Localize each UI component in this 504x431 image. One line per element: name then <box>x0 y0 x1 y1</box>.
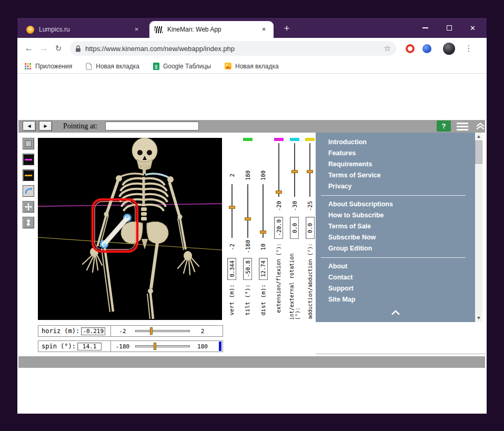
rotate-tool-button[interactable] <box>23 185 34 197</box>
menu-item-terms-of-service[interactable]: Terms of Service <box>316 170 475 181</box>
skeleton-render <box>38 138 222 320</box>
next-bone-button[interactable]: ▶ <box>39 121 52 131</box>
slider-thumb[interactable] <box>291 170 298 173</box>
menu-item-features[interactable]: Features <box>316 148 475 159</box>
magenta-axis-button[interactable] <box>23 154 34 165</box>
slider-value[interactable]: 0.0 <box>290 217 299 239</box>
slider-name: tilt (°): <box>244 284 251 320</box>
menu-item-terms-of-sale[interactable]: Terms of Sale <box>316 221 475 232</box>
menu-item-subscribe-now[interactable]: Subscribe Now <box>316 232 475 243</box>
menu-item-contact[interactable]: Contact <box>316 272 475 283</box>
apps-shortcut[interactable]: Приложения <box>24 63 72 70</box>
slider-thumb[interactable] <box>154 343 156 350</box>
slider-track[interactable] <box>244 184 251 238</box>
extension-globe-icon[interactable] <box>422 44 431 53</box>
scroll-down-icon[interactable] <box>475 314 482 322</box>
scroll-up-icon[interactable] <box>475 133 482 141</box>
lumpics-favicon <box>26 26 34 34</box>
menu-item-about[interactable]: About <box>316 261 475 272</box>
extension-red-icon[interactable] <box>406 44 415 53</box>
up-down-arrow-icon <box>25 218 32 227</box>
tab-close-icon[interactable]: × <box>132 25 141 34</box>
slider-thumb[interactable] <box>307 170 313 173</box>
slider-cap[interactable] <box>290 138 299 141</box>
app-toolbar: ◀ ▶ Pointing at: ? <box>18 120 485 133</box>
slider-value[interactable]: 12.74 <box>259 258 268 280</box>
menu-item-support[interactable]: Support <box>316 283 475 294</box>
slider-thumb[interactable] <box>150 327 153 335</box>
kineman-favicon <box>155 26 163 33</box>
prev-bone-button[interactable]: ◀ <box>23 121 36 131</box>
tab-kineman[interactable]: KineMan: Web App × <box>149 21 274 38</box>
menu-item-requirements[interactable]: Requirements <box>316 159 475 170</box>
slider-cap[interactable] <box>305 138 315 141</box>
slider-cap[interactable] <box>274 138 284 141</box>
slider-track[interactable] <box>291 143 298 197</box>
collapse-panel-icon[interactable] <box>475 122 486 133</box>
forward-icon[interactable]: → <box>36 43 51 54</box>
yellow-axis-icon <box>25 175 32 176</box>
help-button[interactable]: ? <box>437 121 451 132</box>
tab-lumpics[interactable]: Lumpics.ru × <box>21 21 146 38</box>
titlebar: Lumpics.ru × KineMan: Web App × + ✕ <box>17 18 487 38</box>
slider-limit-label: -30 <box>291 198 298 214</box>
slider-value[interactable]: 0.344 <box>227 258 236 280</box>
minimize-button[interactable] <box>414 18 437 38</box>
menu-toggle-icon[interactable] <box>457 123 468 132</box>
slider-value[interactable]: 0.0 <box>306 217 315 239</box>
bookmark-star-icon[interactable]: ☆ <box>384 44 391 53</box>
slider-value[interactable]: 14.1 <box>77 343 102 350</box>
skeleton-3d-view[interactable] <box>38 138 222 320</box>
scrollbar-thumb[interactable] <box>475 141 482 164</box>
menu-item-site-map[interactable]: Site Map <box>316 294 475 305</box>
profile-avatar[interactable] <box>443 43 455 55</box>
slider-cap[interactable] <box>243 138 253 141</box>
new-tab-button[interactable]: + <box>280 22 293 35</box>
slider-track[interactable] <box>228 184 236 238</box>
slider-thumb[interactable] <box>276 191 282 194</box>
close-button[interactable]: ✕ <box>461 18 485 38</box>
slider-thumb[interactable] <box>245 217 251 220</box>
menu-item-introduction[interactable]: Introduction <box>316 137 475 148</box>
select-tool-button[interactable] <box>23 138 34 149</box>
menu-divider <box>321 195 466 196</box>
pan-tool-button[interactable] <box>23 201 34 213</box>
maximize-button[interactable] <box>437 18 461 38</box>
slider-thumb[interactable] <box>229 206 235 209</box>
slider-track[interactable] <box>259 184 267 238</box>
back-icon[interactable]: ← <box>22 43 36 54</box>
menu-collapse-icon[interactable] <box>316 308 475 317</box>
slider-track[interactable] <box>135 330 190 332</box>
camera-slider-vert: 2 -2 0.344 vert (m): <box>224 138 240 320</box>
slider-value[interactable]: -50.8 <box>243 258 252 280</box>
slider-value[interactable]: -20.0 <box>274 217 283 239</box>
menu-item-privacy[interactable]: Privacy <box>316 181 475 192</box>
slider-name: extension/flexion (°): <box>276 243 281 320</box>
slider-thumb[interactable] <box>260 230 266 234</box>
slider-max-label: 2 <box>191 328 214 335</box>
url-text[interactable]: https://www.kineman.com/new/webapp/index… <box>85 45 235 53</box>
bookmark-label: Новая вкладка <box>235 63 279 70</box>
address-bar[interactable]: https://www.kineman.com/new/webapp/index… <box>70 41 396 56</box>
menu-item-group-edition[interactable]: Group Edition <box>316 243 475 254</box>
reload-icon[interactable]: ↻ <box>51 44 66 53</box>
menu-scrollbar[interactable] <box>475 133 482 322</box>
vertical-move-button[interactable] <box>23 217 34 228</box>
slider-track[interactable] <box>275 143 283 197</box>
slider-track[interactable] <box>135 345 190 347</box>
pointing-at-input[interactable] <box>105 122 199 131</box>
yellow-axis-button[interactable] <box>23 169 34 181</box>
menu-item-how-to-subscribe[interactable]: How to Subscribe <box>316 210 475 221</box>
slider-track[interactable] <box>306 143 314 197</box>
bookmark-new-tab-1[interactable]: Новая вкладка <box>86 63 139 70</box>
menu-item-about-subscriptions[interactable]: About Subscriptions <box>316 199 475 210</box>
browser-window: Lumpics.ru × KineMan: Web App × + ✕ ← → … <box>17 18 487 414</box>
slider-value[interactable]: -0.219 <box>81 327 105 335</box>
camera-slider-tilt: 180 -180 -50.8 tilt (°): <box>240 138 256 320</box>
bookmark-new-tab-2[interactable]: Новая вкладка <box>225 63 279 70</box>
browser-menu-icon[interactable]: ⋮ <box>461 44 476 53</box>
move-cross-icon <box>24 203 33 211</box>
tab-close-icon[interactable]: × <box>259 25 268 34</box>
bookmark-google-sheets[interactable]: Google Таблицы <box>153 63 211 70</box>
minimize-icon <box>422 27 428 28</box>
